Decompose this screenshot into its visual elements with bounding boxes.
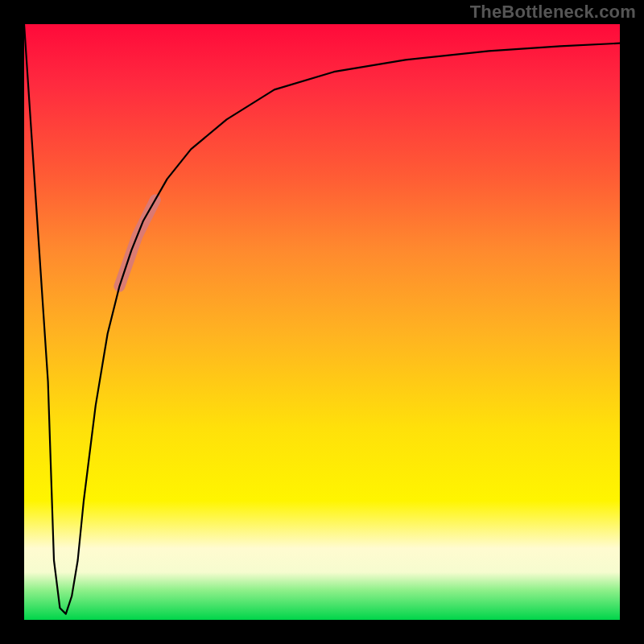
chart-container: TheBottleneck.com bbox=[0, 0, 644, 644]
plot-frame bbox=[24, 24, 620, 620]
highlight-segment bbox=[119, 200, 155, 286]
watermark-text: TheBottleneck.com bbox=[470, 2, 636, 23]
curve-layer bbox=[24, 24, 620, 620]
plot-area bbox=[24, 24, 620, 620]
bottleneck-curve bbox=[24, 24, 620, 614]
